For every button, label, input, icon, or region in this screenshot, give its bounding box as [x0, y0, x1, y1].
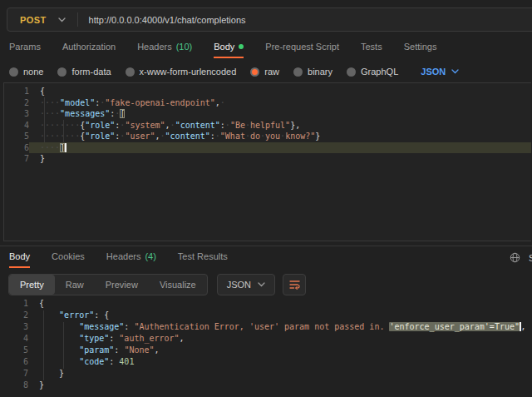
- line-number: 6: [4, 142, 29, 154]
- radio-icon[interactable]: [347, 67, 356, 77]
- line-number: 2: [4, 97, 29, 109]
- code-line[interactable]: 6····]: [4, 142, 531, 154]
- line-number: 2: [3, 310, 28, 321]
- line-number: 6: [3, 356, 28, 368]
- method-selector[interactable]: POST: [7, 15, 58, 25]
- wrap-text-icon: [289, 280, 300, 290]
- line-number: 7: [3, 368, 28, 380]
- text-caret: [65, 143, 66, 152]
- postman-request-view: POST http://0.0.0.0:4000/v1/chat/complet…: [0, 0, 532, 397]
- code-line[interactable]: 6 "code": 401: [3, 356, 532, 368]
- tab-tests[interactable]: Tests: [361, 39, 382, 58]
- code-line[interactable]: 4 "type": "auth_error",: [3, 333, 532, 345]
- request-url-bar: POST http://0.0.0.0:4000/v1/chat/complet…: [7, 7, 532, 32]
- body-type-none[interactable]: none: [9, 67, 43, 77]
- chevron-down-icon: [451, 69, 459, 74]
- code-line[interactable]: 3····"messages":·[: [4, 108, 531, 120]
- headers-count-badge: (10): [176, 42, 193, 52]
- code-line[interactable]: 4········{"role":·"system",·"content":·"…: [4, 120, 531, 132]
- selected-text: 'enforce_user_param'=True": [389, 322, 520, 331]
- tab-pre-request-script[interactable]: Pre-request Script: [265, 39, 339, 58]
- view-visualize-button[interactable]: Visualize: [149, 275, 207, 295]
- response-view-group: Pretty Raw Preview Visualize: [8, 274, 208, 295]
- globe-icon[interactable]: [510, 252, 520, 263]
- response-tab-headers[interactable]: Headers(4): [106, 249, 156, 268]
- line-number: 1: [3, 298, 28, 310]
- code-line[interactable]: 5········{"role":·"user",·"content":·"Wh…: [4, 131, 531, 142]
- tab-authorization[interactable]: Authorization: [62, 39, 116, 58]
- view-preview-button[interactable]: Preview: [95, 275, 149, 295]
- tab-headers[interactable]: Headers(10): [137, 39, 192, 58]
- body-type-raw[interactable]: raw: [250, 67, 279, 77]
- code-line[interactable]: 2 "error": {: [3, 310, 532, 321]
- response-tab-body[interactable]: Body: [9, 249, 30, 268]
- body-type-binary[interactable]: binary: [293, 67, 332, 77]
- code-line[interactable]: 1{: [4, 86, 531, 97]
- line-number: 1: [4, 86, 29, 97]
- view-raw-button[interactable]: Raw: [55, 275, 95, 295]
- body-modified-dot: [239, 44, 244, 49]
- line-number: 5: [4, 131, 29, 142]
- code-line[interactable]: 2····"model":·"fake-openai-endpoint",·: [4, 97, 531, 109]
- url-bar-divider: [77, 12, 78, 27]
- tab-body[interactable]: Body: [214, 39, 244, 58]
- request-tabs: Params Authorization Headers(10) Body Pr…: [9, 39, 458, 58]
- line-number: 3: [3, 321, 28, 333]
- code-line[interactable]: 1{: [3, 298, 532, 310]
- view-pretty-button[interactable]: Pretty: [9, 275, 55, 295]
- url-input[interactable]: http://0.0.0.0:4000/v1/chat/completions: [89, 15, 246, 25]
- line-number: 4: [3, 333, 28, 345]
- tab-params[interactable]: Params: [9, 39, 41, 58]
- response-toolbar: Pretty Raw Preview Visualize JSON: [8, 274, 306, 295]
- code-line[interactable]: 7 }: [3, 368, 532, 380]
- chevron-down-icon: [258, 282, 265, 287]
- raw-format-select[interactable]: JSON: [421, 67, 459, 77]
- tab-settings[interactable]: Settings: [404, 39, 437, 58]
- code-line[interactable]: 7}: [4, 153, 531, 165]
- code-line[interactable]: 8}: [3, 380, 532, 391]
- body-type-urlencoded[interactable]: x-www-form-urlencoded: [126, 67, 237, 77]
- response-tabs: Body Cookies Headers(4) Test Results: [9, 249, 249, 268]
- radio-icon[interactable]: [57, 67, 66, 77]
- body-type-graphql[interactable]: GraphQL: [347, 67, 398, 77]
- radio-selected-icon[interactable]: [250, 67, 259, 77]
- code-line[interactable]: 5 "param": "None",: [3, 345, 532, 356]
- code-line[interactable]: 3 "message": "Authentication Error, 'use…: [3, 321, 532, 333]
- section-divider: [0, 246, 532, 246]
- response-body-editor[interactable]: 1{2 "error": {3 "message": "Authenticati…: [3, 295, 532, 397]
- wrap-text-button[interactable]: [283, 274, 306, 295]
- response-tab-test-results[interactable]: Test Results: [178, 249, 228, 268]
- radio-icon[interactable]: [293, 67, 303, 77]
- method-chevron-down-icon[interactable]: [58, 17, 66, 22]
- line-number: 5: [3, 345, 28, 356]
- line-number: 4: [4, 120, 29, 132]
- request-body-editor[interactable]: 1{2····"model":·"fake-openai-endpoint",·…: [3, 82, 531, 241]
- line-number: 3: [4, 108, 29, 120]
- line-number: 8: [3, 380, 28, 391]
- body-type-form-data[interactable]: form-data: [57, 67, 111, 77]
- response-format-select[interactable]: JSON: [217, 274, 275, 295]
- body-type-row: none form-data x-www-form-urlencoded raw…: [9, 63, 459, 80]
- radio-icon[interactable]: [126, 67, 135, 77]
- response-headers-count-badge: (4): [145, 251, 155, 261]
- status-text-clipped: St: [529, 253, 532, 263]
- line-number: 7: [4, 153, 29, 165]
- response-tab-cookies[interactable]: Cookies: [52, 249, 85, 268]
- radio-icon[interactable]: [9, 67, 18, 77]
